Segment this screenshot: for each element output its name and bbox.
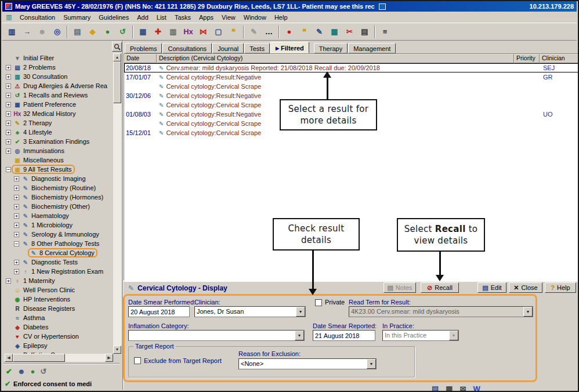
tree-item-1-maternity[interactable]: +♀1 Maternity	[5, 276, 112, 285]
menu-consultation[interactable]: Consultation	[16, 13, 59, 22]
expand-plus-icon[interactable]: +	[6, 130, 11, 135]
expand-plus-icon[interactable]: +	[14, 223, 19, 228]
tree-item-miscellaneous[interactable]: ▣Miscellaneous	[5, 155, 112, 165]
date-smear-reported-input[interactable]	[313, 330, 375, 341]
result-row[interactable]: ✎Cervical cytology:Cervical Scrape	[124, 82, 578, 91]
tab-journal[interactable]: Journal	[212, 43, 244, 53]
vertical-scroll-thumb[interactable]	[113, 61, 121, 103]
date-smear-performed-input[interactable]	[128, 306, 190, 317]
menu-help[interactable]: Help	[270, 13, 292, 22]
printer-icon[interactable]: ▦	[446, 384, 453, 392]
tree-item-32-medical-history[interactable]: +Hx32 Medical History	[5, 109, 112, 118]
expand-plus-icon[interactable]: +	[6, 93, 11, 98]
tree-item-drug-allergies-adverse-rea[interactable]: +⚠Drug Allergies & Adverse Rea	[5, 81, 112, 90]
menu-guidelines[interactable]: Guidelines	[95, 13, 133, 22]
dropdown-arrow-icon[interactable]: ▼	[296, 307, 305, 317]
tree-item-patient-preference[interactable]: +▦Patient Preference	[5, 100, 112, 109]
tree-item-9-all-test-results[interactable]: −▣9 All Test Results	[5, 165, 112, 174]
close-button[interactable]: ✕Close	[509, 282, 542, 293]
keyboard-button[interactable]: ▤	[357, 24, 372, 39]
tests-button[interactable]: ▥	[166, 24, 180, 39]
calculator-button[interactable]: ▦	[327, 24, 342, 39]
exclude-target-report-checkbox[interactable]	[134, 357, 141, 364]
edit-button[interactable]: ▤Edit	[477, 282, 506, 293]
menu-summary[interactable]: Summary	[59, 13, 95, 22]
expand-plus-icon[interactable]: +	[14, 260, 19, 265]
tree-item-epilepsy[interactable]: ◈Epilepsy	[5, 341, 112, 350]
result-row[interactable]: 17/01/07✎Cervical cytology:Result:Negati…	[124, 72, 578, 82]
tree-item-3-examination-findings[interactable]: +✔3 Examination Findings	[5, 137, 112, 146]
column-header-clinician[interactable]: Clinician	[540, 54, 578, 63]
collapse-minus-icon[interactable]: −	[6, 167, 11, 172]
tree-item-4-lifestyle[interactable]: +♣4 Lifestyle	[5, 128, 112, 137]
record-button[interactable]: ●	[282, 24, 296, 39]
inflamation-category-combo[interactable]: ▼	[128, 330, 305, 341]
zoom-button[interactable]: ◎	[50, 24, 64, 39]
clinician-combo[interactable]: Jones, Dr Susan ▼	[194, 306, 306, 317]
expand-plus-icon[interactable]: +	[6, 139, 11, 144]
guidelines-button[interactable]: ↺	[115, 24, 130, 39]
tree-item-1-new-registration-exam[interactable]: +↑1 New Registration Exam	[5, 267, 112, 276]
column-header-priority[interactable]: Priority	[514, 54, 540, 63]
expand-plus-icon[interactable]: +	[14, 176, 19, 182]
scroll-up-button[interactable]: ▲	[113, 53, 121, 61]
document-icon[interactable]: ▤	[432, 384, 439, 392]
tree-item-2-therapy[interactable]: +✎2 Therapy	[5, 118, 112, 128]
tree-item-initial-filter[interactable]: ▼Initial Filter	[5, 53, 112, 63]
tree-item-1-microbiology[interactable]: +✎1 Microbiology	[5, 220, 112, 230]
expand-plus-icon[interactable]: +	[6, 278, 11, 284]
expand-plus-icon[interactable]: +	[6, 74, 11, 79]
tree-item-hp-interventions[interactable]: ◉HP Interventions	[5, 295, 112, 304]
tree-item-biochemistry-other[interactable]: +✎Biochemistry (Other)	[5, 202, 112, 211]
lifestyle-button[interactable]: ●	[100, 24, 115, 39]
save-button[interactable]: ▤	[70, 24, 85, 39]
tree-item-biochemistry-hormones[interactable]: +✎Biochemistry (Hormones)	[5, 193, 112, 202]
medical-history-button[interactable]: Hx	[181, 24, 196, 39]
tab-filtered[interactable]: ▶Filtered	[270, 42, 309, 53]
tree-item-1-recalls-and-reviews[interactable]: +↺1 Recalls and Reviews	[5, 90, 112, 100]
menu-tasks[interactable]: Tasks	[171, 13, 195, 22]
expand-plus-icon[interactable]: +	[6, 84, 11, 89]
tree-item-serology-immunology[interactable]: +✎Serology & Immunology	[5, 230, 112, 239]
menu-list[interactable]: List	[153, 13, 171, 22]
column-header-date[interactable]: Date	[124, 54, 157, 63]
note-button[interactable]: ❝	[297, 24, 312, 39]
expand-plus-icon[interactable]: +	[6, 121, 11, 126]
scroll-left-button[interactable]: ◀	[5, 354, 13, 362]
tree-horizontal-scrollbar[interactable]: ◀ ▶	[5, 354, 113, 362]
private-checkbox[interactable]	[315, 299, 322, 306]
menu-add[interactable]: Add	[133, 13, 153, 22]
journal-button[interactable]: ▦	[136, 24, 150, 39]
tree-item-haematology[interactable]: +✎Haematology	[5, 211, 112, 220]
tree-item-diabetes[interactable]: ◆Diabetes	[5, 322, 112, 332]
sidebar-search-button[interactable]	[112, 42, 122, 52]
tree-vertical-scrollbar[interactable]: ▲ ▼	[113, 53, 121, 354]
dropdown-arrow-icon[interactable]: ▼	[367, 359, 376, 369]
expand-plus-icon[interactable]: +	[6, 148, 11, 154]
dropdown-arrow-icon[interactable]: ▼	[295, 331, 304, 340]
expand-plus-icon[interactable]: +	[6, 102, 11, 107]
cut-button[interactable]: ✂	[342, 24, 357, 39]
tree-item-disease-registers[interactable]: RDisease Registers	[5, 304, 112, 313]
referral-button[interactable]: ⋈	[196, 24, 211, 39]
monitor-button[interactable]: ▢	[211, 24, 226, 39]
menu-window[interactable]: Window	[240, 13, 270, 22]
recall-button[interactable]: ⊘Recall	[421, 282, 459, 293]
window-control-icon[interactable]	[379, 3, 386, 10]
comment-button[interactable]: ❝	[226, 24, 241, 39]
mail-icon[interactable]: ✉	[460, 384, 466, 392]
lifestyle-apple-icon[interactable]: ●	[31, 367, 35, 376]
select-patient-button[interactable]: ▥	[5, 24, 19, 39]
tree-item-8-cervical-cytology[interactable]: ✎8 Cervical Cytology	[5, 248, 112, 257]
tree-item-8-other-pathology-tests[interactable]: −✎8 Other Pathology Tests	[5, 239, 112, 248]
tab-consultations[interactable]: Consultations	[162, 43, 212, 53]
reason-for-exclusion-combo[interactable]: <None> ▼	[238, 358, 377, 369]
scroll-down-button[interactable]: ▼	[113, 346, 121, 354]
refresh-loop-icon[interactable]: ↺	[40, 367, 46, 376]
patient-group-icon[interactable]: ☻	[17, 367, 26, 376]
expand-plus-icon[interactable]: +	[14, 269, 19, 274]
menu-view[interactable]: View	[218, 13, 240, 22]
tree-item-well-person-clinic[interactable]: ☺Well Person Clinic	[5, 285, 112, 295]
expand-plus-icon[interactable]: +	[6, 65, 11, 70]
tree-item-immunisations[interactable]: +◎Immunisations	[5, 146, 112, 155]
